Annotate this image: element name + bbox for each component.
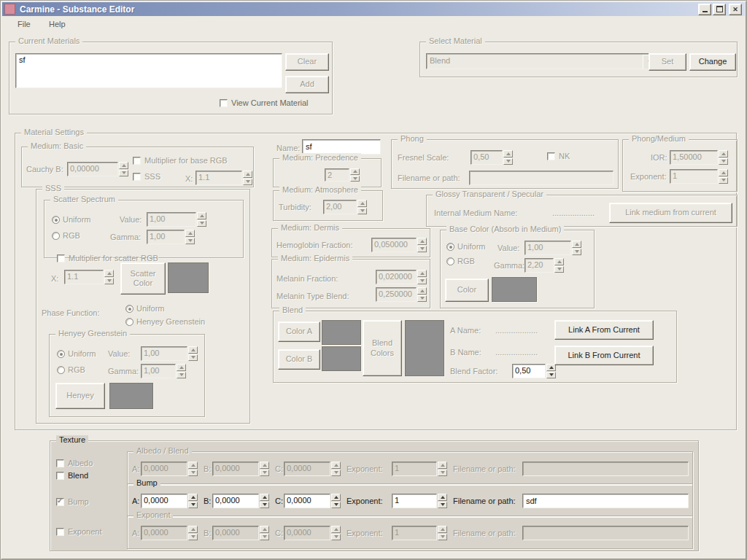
hg-gamma-spinner: 1,00 [141,364,186,378]
arrow-up-icon [191,349,196,351]
arrow-up-icon [334,528,338,531]
c-label: C: [275,464,283,473]
spinner-buttons [417,238,427,252]
albedo-c-spinner: 0,0000 [284,462,341,476]
hg-uniform-radio [57,350,65,358]
arrow-up-icon [441,528,445,531]
bump-a-spinner[interactable]: 0,0000 [141,494,198,508]
spin-up-button [572,241,581,248]
base-rgb-label: RGB [457,257,475,265]
material-settings-group: Material Settings Medium: Basic Cauchy B… [15,133,737,430]
bump-checkbox: ✓ [56,498,64,506]
spin-down-button[interactable] [546,372,556,379]
blend-checkbox[interactable] [56,472,64,480]
hg-rgb-label: RGB [68,365,85,374]
material-settings-caption: Material Settings [21,128,87,136]
arrow-up-icon [188,232,193,235]
bump-b-spinner[interactable]: 0,0000 [212,494,269,508]
scatter-color-button: Scatter Color [120,262,166,295]
arrow-up-icon [441,464,445,467]
menubar: File Help [2,16,745,34]
multiplier-scatter-rgb-checkbox [57,254,65,262]
spinner-buttons [350,168,360,182]
arrow-up-icon [191,528,196,531]
spinner-value: 0,0000 [284,526,330,540]
base-rgb-radio [446,257,454,265]
spin-up-button[interactable] [438,494,447,501]
nk-checkbox [547,152,555,160]
spin-down-button[interactable] [260,502,269,509]
spinner-value: 0,0000 [141,494,187,508]
link-a-from-current-button[interactable]: Link A From Current [554,320,654,340]
arrow-down-icon [353,177,357,180]
spinner-buttons [331,526,341,540]
base-color-swatch [492,277,537,302]
base-value-label: Value: [498,244,519,252]
spinner-value: 0,0000 [284,462,330,476]
add-button: Add [285,76,329,93]
spinner-buttons [417,270,427,284]
medium-epidermis-caption: Medium: Epidermis [278,254,352,262]
spinner-value: 1 [670,169,718,184]
spinner-value: 0,50 [471,150,503,165]
menu-file[interactable]: File [18,20,31,28]
spinner-buttons [243,171,252,185]
exponent-exponent-spinner: 1 [392,526,447,540]
x-multiplier-label: X: [185,174,193,183]
hg-rgb-radio [57,366,65,374]
blend-factor-spinner[interactable]: 0,50 [512,364,556,378]
phong-caption: Phong [398,134,427,143]
nk-label: NK [559,152,570,160]
spin-up-button [185,230,195,237]
arrow-down-icon [441,503,445,506]
spin-up-button[interactable] [260,494,269,501]
phase-uniform-radio [125,305,133,313]
spinner-buttons [197,212,206,227]
arrow-down-icon [441,535,445,538]
sss-x-label: X: [51,274,58,283]
spin-up-button[interactable] [331,494,341,501]
bump-exponent-spinner[interactable]: 1 [392,494,447,508]
arrow-up-icon [721,171,726,174]
multiplier-base-rgb-checkbox [133,157,141,165]
materials-listbox[interactable]: sf [15,53,282,88]
spin-down-button[interactable] [188,502,198,509]
link-b-from-current-button[interactable]: Link B From Current [554,346,654,365]
spin-down-button[interactable] [438,502,447,509]
menu-help[interactable]: Help [49,20,66,28]
name-input[interactable]: sf [302,139,381,155]
scatter-value-spinner: 1,00 [147,212,206,227]
arrow-down-icon [575,250,579,253]
spinner-buttons [188,526,198,540]
maximize-button[interactable] [713,4,726,15]
albedo-exponent-spinner: 1 [392,462,447,476]
spinner-buttons [719,150,728,165]
base-color-caption: Base Color (Absorb in Medium) [446,225,564,233]
exponent-exponent-label: Exponent: [347,529,383,537]
b-name-value: ................... [495,348,538,357]
spin-down-button [417,278,427,285]
spinner-value: 1,00 [141,346,187,361]
close-button[interactable]: ✕ [729,4,742,15]
spinner-value: 0,0000 [212,494,259,508]
internal-medium-name-label: Internal Medium Name: [434,209,517,217]
spinner-value: 0,0000 [212,462,259,476]
material-list-item[interactable]: sf [16,54,282,66]
albedo-b-spinner: 0,0000 [212,462,269,476]
phase-function-label: Phase Function: [42,308,100,317]
scatter-gamma-spinner: 1,00 [147,230,195,244]
spin-up-button[interactable] [188,494,198,501]
change-button[interactable]: Change [689,53,736,71]
minimize-button[interactable] [698,4,711,15]
view-current-material-checkbox[interactable] [220,99,228,107]
bump-filename-input[interactable]: sdf [522,494,689,508]
medium-dermis-group: Medium: Dermis Hemoglobin Fraction: 0,05… [271,228,430,257]
spinner-buttons [188,346,198,361]
medium-precedence-caption: Medium: Precedence [279,153,361,162]
bump-c-spinner[interactable]: 0,0000 [284,494,341,508]
spin-down-button [185,238,195,245]
spinner-value: 1,00 [147,230,185,244]
spin-down-button[interactable] [331,502,341,509]
phong-filename-label: Filename or path: [398,174,460,182]
arrow-down-icon [263,471,267,474]
